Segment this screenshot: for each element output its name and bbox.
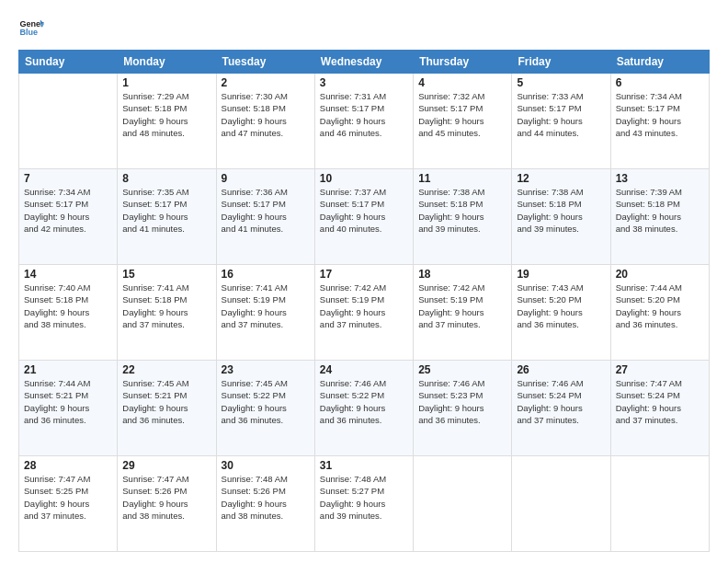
day-info: Sunrise: 7:48 AM Sunset: 5:27 PM Dayligh… — [320, 473, 408, 522]
calendar-cell: 17Sunrise: 7:42 AM Sunset: 5:19 PM Dayli… — [314, 265, 413, 361]
calendar-cell: 22Sunrise: 7:45 AM Sunset: 5:21 PM Dayli… — [118, 361, 216, 456]
calendar-cell: 6Sunrise: 7:34 AM Sunset: 5:17 PM Daylig… — [610, 74, 709, 169]
calendar-cell: 1Sunrise: 7:29 AM Sunset: 5:18 PM Daylig… — [118, 74, 216, 169]
column-header-wednesday: Wednesday — [314, 51, 413, 74]
day-info: Sunrise: 7:29 AM Sunset: 5:18 PM Dayligh… — [122, 90, 210, 139]
svg-text:Blue: Blue — [19, 28, 38, 37]
column-header-friday: Friday — [512, 51, 610, 74]
day-info: Sunrise: 7:44 AM Sunset: 5:21 PM Dayligh… — [24, 377, 112, 426]
column-header-sunday: Sunday — [19, 51, 118, 74]
day-number: 2 — [222, 76, 310, 89]
logo-icon: General Blue — [18, 15, 44, 40]
calendar-header: SundayMondayTuesdayWednesdayThursdayFrid… — [19, 51, 710, 74]
day-number: 5 — [517, 76, 605, 89]
day-info: Sunrise: 7:46 AM Sunset: 5:24 PM Dayligh… — [517, 377, 605, 426]
calendar-cell: 25Sunrise: 7:46 AM Sunset: 5:23 PM Dayli… — [414, 361, 512, 456]
calendar-cell: 14Sunrise: 7:40 AM Sunset: 5:18 PM Dayli… — [19, 265, 118, 361]
column-header-saturday: Saturday — [610, 51, 709, 74]
day-number: 21 — [24, 363, 112, 376]
day-info: Sunrise: 7:33 AM Sunset: 5:17 PM Dayligh… — [517, 90, 605, 139]
calendar-table: SundayMondayTuesdayWednesdayThursdayFrid… — [18, 50, 710, 552]
day-number: 22 — [122, 363, 210, 376]
day-info: Sunrise: 7:47 AM Sunset: 5:25 PM Dayligh… — [24, 473, 112, 522]
calendar-cell — [512, 456, 610, 552]
column-header-thursday: Thursday — [414, 51, 512, 74]
week-row-4: 21Sunrise: 7:44 AM Sunset: 5:21 PM Dayli… — [19, 361, 710, 456]
calendar-cell: 19Sunrise: 7:43 AM Sunset: 5:20 PM Dayli… — [512, 265, 610, 361]
day-number: 13 — [616, 172, 704, 185]
calendar-cell — [610, 456, 709, 552]
calendar-cell — [414, 456, 512, 552]
day-number: 10 — [320, 172, 408, 185]
day-number: 4 — [418, 76, 506, 89]
day-number: 11 — [418, 172, 506, 185]
calendar-cell: 18Sunrise: 7:42 AM Sunset: 5:19 PM Dayli… — [414, 265, 512, 361]
day-info: Sunrise: 7:46 AM Sunset: 5:23 PM Dayligh… — [418, 377, 506, 426]
calendar-cell: 21Sunrise: 7:44 AM Sunset: 5:21 PM Dayli… — [19, 361, 118, 456]
week-row-2: 7Sunrise: 7:34 AM Sunset: 5:17 PM Daylig… — [19, 169, 710, 265]
calendar-body: 1Sunrise: 7:29 AM Sunset: 5:18 PM Daylig… — [19, 74, 710, 552]
calendar-cell: 28Sunrise: 7:47 AM Sunset: 5:25 PM Dayli… — [19, 456, 118, 552]
column-header-monday: Monday — [118, 51, 216, 74]
day-number: 24 — [320, 363, 408, 376]
day-info: Sunrise: 7:46 AM Sunset: 5:22 PM Dayligh… — [320, 377, 408, 426]
week-row-3: 14Sunrise: 7:40 AM Sunset: 5:18 PM Dayli… — [19, 265, 710, 361]
day-number: 26 — [517, 363, 605, 376]
day-info: Sunrise: 7:30 AM Sunset: 5:18 PM Dayligh… — [222, 90, 310, 139]
calendar-cell: 4Sunrise: 7:32 AM Sunset: 5:17 PM Daylig… — [414, 74, 512, 169]
day-number: 14 — [24, 268, 112, 281]
day-info: Sunrise: 7:45 AM Sunset: 5:21 PM Dayligh… — [122, 377, 210, 426]
day-info: Sunrise: 7:45 AM Sunset: 5:22 PM Dayligh… — [222, 377, 310, 426]
day-info: Sunrise: 7:48 AM Sunset: 5:26 PM Dayligh… — [222, 473, 310, 522]
calendar-cell: 13Sunrise: 7:39 AM Sunset: 5:18 PM Dayli… — [610, 169, 709, 265]
calendar-cell: 11Sunrise: 7:38 AM Sunset: 5:18 PM Dayli… — [414, 169, 512, 265]
calendar-cell: 10Sunrise: 7:37 AM Sunset: 5:17 PM Dayli… — [314, 169, 413, 265]
day-info: Sunrise: 7:36 AM Sunset: 5:17 PM Dayligh… — [222, 186, 310, 235]
day-number: 30 — [222, 459, 310, 472]
header-row: SundayMondayTuesdayWednesdayThursdayFrid… — [19, 51, 710, 74]
day-info: Sunrise: 7:38 AM Sunset: 5:18 PM Dayligh… — [418, 186, 506, 235]
day-number: 17 — [320, 268, 408, 281]
day-number: 18 — [418, 268, 506, 281]
day-number: 6 — [616, 76, 704, 89]
day-number: 3 — [320, 76, 408, 89]
calendar-cell: 9Sunrise: 7:36 AM Sunset: 5:17 PM Daylig… — [216, 169, 314, 265]
day-info: Sunrise: 7:42 AM Sunset: 5:19 PM Dayligh… — [418, 282, 506, 330]
calendar-cell: 24Sunrise: 7:46 AM Sunset: 5:22 PM Dayli… — [314, 361, 413, 456]
page: General Blue SundayMondayTuesdayWednesda… — [0, 0, 728, 563]
day-info: Sunrise: 7:37 AM Sunset: 5:17 PM Dayligh… — [320, 186, 408, 235]
day-info: Sunrise: 7:42 AM Sunset: 5:19 PM Dayligh… — [320, 282, 408, 330]
day-number: 28 — [24, 459, 112, 472]
column-header-tuesday: Tuesday — [216, 51, 314, 74]
day-number: 1 — [122, 76, 210, 89]
day-info: Sunrise: 7:35 AM Sunset: 5:17 PM Dayligh… — [122, 186, 210, 235]
day-number: 16 — [222, 268, 310, 281]
day-info: Sunrise: 7:41 AM Sunset: 5:19 PM Dayligh… — [222, 282, 310, 330]
calendar-cell: 2Sunrise: 7:30 AM Sunset: 5:18 PM Daylig… — [216, 74, 314, 169]
day-number: 29 — [122, 459, 210, 472]
week-row-1: 1Sunrise: 7:29 AM Sunset: 5:18 PM Daylig… — [19, 74, 710, 169]
calendar-cell: 12Sunrise: 7:38 AM Sunset: 5:18 PM Dayli… — [512, 169, 610, 265]
day-number: 25 — [418, 363, 506, 376]
day-info: Sunrise: 7:38 AM Sunset: 5:18 PM Dayligh… — [517, 186, 605, 235]
calendar-cell: 8Sunrise: 7:35 AM Sunset: 5:17 PM Daylig… — [118, 169, 216, 265]
day-info: Sunrise: 7:32 AM Sunset: 5:17 PM Dayligh… — [418, 90, 506, 139]
day-number: 15 — [122, 268, 210, 281]
day-number: 19 — [517, 268, 605, 281]
header: General Blue — [18, 15, 710, 40]
day-number: 8 — [122, 172, 210, 185]
day-number: 20 — [616, 268, 704, 281]
calendar-cell — [19, 74, 118, 169]
calendar-cell: 7Sunrise: 7:34 AM Sunset: 5:17 PM Daylig… — [19, 169, 118, 265]
calendar-cell: 26Sunrise: 7:46 AM Sunset: 5:24 PM Dayli… — [512, 361, 610, 456]
day-info: Sunrise: 7:34 AM Sunset: 5:17 PM Dayligh… — [616, 90, 704, 139]
calendar-cell: 29Sunrise: 7:47 AM Sunset: 5:26 PM Dayli… — [118, 456, 216, 552]
day-info: Sunrise: 7:41 AM Sunset: 5:18 PM Dayligh… — [122, 282, 210, 330]
day-info: Sunrise: 7:43 AM Sunset: 5:20 PM Dayligh… — [517, 282, 605, 330]
calendar-cell: 5Sunrise: 7:33 AM Sunset: 5:17 PM Daylig… — [512, 74, 610, 169]
day-info: Sunrise: 7:39 AM Sunset: 5:18 PM Dayligh… — [616, 186, 704, 235]
day-number: 27 — [616, 363, 704, 376]
calendar-cell: 3Sunrise: 7:31 AM Sunset: 5:17 PM Daylig… — [314, 74, 413, 169]
calendar-cell: 16Sunrise: 7:41 AM Sunset: 5:19 PM Dayli… — [216, 265, 314, 361]
day-info: Sunrise: 7:47 AM Sunset: 5:26 PM Dayligh… — [122, 473, 210, 522]
